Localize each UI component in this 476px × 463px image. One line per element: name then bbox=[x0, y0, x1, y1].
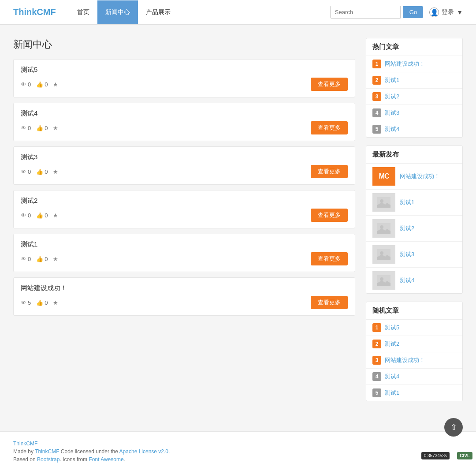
views-meta: 👁 0 bbox=[21, 125, 31, 131]
nav-link-产品展示[interactable]: 产品展示 bbox=[138, 0, 178, 24]
login-label[interactable]: 登录 bbox=[442, 8, 454, 16]
latest-post-item[interactable]: MC 网站建设成功！ bbox=[366, 164, 462, 190]
random-article-item[interactable]: 3 网站建设成功！ bbox=[366, 352, 462, 369]
news-card-footer: 👁 0 👍 0 ★ 查看更多 bbox=[21, 165, 348, 178]
read-more-button[interactable]: 查看更多 bbox=[311, 252, 348, 265]
star-meta[interactable]: ★ bbox=[53, 299, 58, 306]
news-card-footer: 👁 5 👍 0 ★ 查看更多 bbox=[21, 296, 348, 309]
eye-icon: 👁 bbox=[21, 299, 26, 306]
news-card: 测试4 👁 0 👍 0 ★ 查看更多 bbox=[13, 103, 355, 141]
news-meta: 👁 0 👍 0 ★ bbox=[21, 256, 58, 262]
footer-fontawesome-link[interactable]: Font Awesome bbox=[89, 456, 123, 463]
latest-posts-section: 最新发布 MC 网站建设成功！ 测试1 测试2 bbox=[366, 146, 463, 294]
rank-badge: 3 bbox=[372, 92, 381, 101]
brand-logo[interactable]: ThinkCMF bbox=[13, 7, 56, 17]
eye-icon: 👁 bbox=[21, 168, 26, 175]
navbar: ThinkCMF 首页新闻中心产品展示 Go 👤 登录 ▼ bbox=[0, 0, 476, 25]
rank-badge: 4 bbox=[372, 108, 381, 117]
news-card: 测试5 👁 0 👍 0 ★ 查看更多 bbox=[13, 59, 355, 97]
thumbsup-icon: 👍 bbox=[36, 299, 43, 306]
random-article-item[interactable]: 4 测试4 bbox=[366, 369, 462, 385]
footer-bootstrap-link[interactable]: Bootstrap bbox=[37, 456, 60, 463]
read-more-button[interactable]: 查看更多 bbox=[311, 121, 348, 134]
star-meta[interactable]: ★ bbox=[53, 125, 58, 131]
footer-thinkcmf-link[interactable]: ThinkCMF bbox=[35, 448, 59, 455]
rank-badge: 3 bbox=[372, 356, 381, 365]
news-meta: 👁 0 👍 0 ★ bbox=[21, 168, 58, 175]
eye-icon: 👁 bbox=[21, 256, 26, 262]
likes-meta: 👍 0 bbox=[36, 81, 48, 88]
news-card-title: 测试1 bbox=[21, 240, 348, 249]
search-input[interactable] bbox=[330, 6, 401, 19]
views-count: 0 bbox=[28, 168, 31, 175]
latest-posts-list: MC 网站建设成功！ 测试1 测试2 测试3 bbox=[366, 164, 462, 293]
rank-badge: 1 bbox=[372, 60, 381, 68]
read-more-button[interactable]: 查看更多 bbox=[311, 78, 348, 91]
news-card-footer: 👁 0 👍 0 ★ 查看更多 bbox=[21, 252, 348, 265]
placeholder-thumbnail bbox=[372, 245, 395, 264]
nav-user[interactable]: 👤 登录 ▼ bbox=[429, 7, 463, 17]
news-card-footer: 👁 0 👍 0 ★ 查看更多 bbox=[21, 121, 348, 134]
main-content: 新闻中心 测试5 👁 0 👍 0 ★ 查看更多 测试4 bbox=[13, 38, 355, 409]
latest-post-item[interactable]: 测试1 bbox=[366, 190, 462, 216]
rank-badge: 5 bbox=[372, 388, 381, 397]
random-article-item[interactable]: 2 测试2 bbox=[366, 336, 462, 352]
svg-point-5 bbox=[380, 251, 383, 255]
views-count: 0 bbox=[28, 125, 31, 131]
random-article-text: 网站建设成功！ bbox=[385, 356, 425, 364]
rank-badge: 1 bbox=[372, 323, 381, 332]
read-more-button[interactable]: 查看更多 bbox=[311, 209, 348, 222]
news-card-title: 测试4 bbox=[21, 109, 348, 118]
latest-post-item[interactable]: 测试2 bbox=[366, 216, 462, 242]
back-to-top-button[interactable]: ⇧ bbox=[444, 418, 463, 437]
news-meta: 👁 0 👍 0 ★ bbox=[21, 212, 58, 219]
hot-article-item[interactable]: 1 网站建设成功！ bbox=[366, 56, 462, 72]
nav-search: Go bbox=[330, 6, 423, 19]
nav-link-新闻中心[interactable]: 新闻中心 bbox=[97, 0, 138, 24]
eye-icon: 👁 bbox=[21, 125, 26, 131]
news-card-footer: 👁 0 👍 0 ★ 查看更多 bbox=[21, 78, 348, 91]
hot-article-item[interactable]: 3 测试2 bbox=[366, 89, 462, 105]
news-meta: 👁 0 👍 0 ★ bbox=[21, 81, 58, 88]
star-icon: ★ bbox=[53, 125, 58, 131]
time-badge: 0.3573453s bbox=[421, 452, 450, 459]
likes-count: 0 bbox=[45, 125, 48, 131]
footer-line1: Made by ThinkCMF Code licensed under the… bbox=[13, 448, 463, 455]
thumbsup-icon: 👍 bbox=[36, 212, 43, 219]
views-count: 0 bbox=[28, 212, 31, 219]
hot-article-item[interactable]: 5 测试4 bbox=[366, 121, 462, 137]
user-icon: 👤 bbox=[429, 7, 439, 17]
views-meta: 👁 0 bbox=[21, 81, 31, 88]
star-meta[interactable]: ★ bbox=[53, 212, 58, 219]
latest-post-text: 测试4 bbox=[400, 276, 414, 284]
latest-post-item[interactable]: 测试3 bbox=[366, 242, 462, 268]
page-title: 新闻中心 bbox=[13, 38, 355, 51]
star-meta[interactable]: ★ bbox=[53, 168, 58, 175]
views-meta: 👁 0 bbox=[21, 212, 31, 219]
read-more-button[interactable]: 查看更多 bbox=[311, 165, 348, 178]
news-card-footer: 👁 0 👍 0 ★ 查看更多 bbox=[21, 209, 348, 222]
nav-links: 首页新闻中心产品展示 bbox=[69, 0, 330, 24]
hot-article-item[interactable]: 4 测试3 bbox=[366, 105, 462, 121]
hot-article-item[interactable]: 2 测试1 bbox=[366, 72, 462, 89]
news-card-title: 网站建设成功！ bbox=[21, 284, 348, 292]
search-go-button[interactable]: Go bbox=[403, 6, 423, 18]
star-icon: ★ bbox=[53, 81, 58, 88]
read-more-button[interactable]: 查看更多 bbox=[311, 296, 348, 309]
thumbsup-icon: 👍 bbox=[36, 125, 43, 131]
latest-post-item[interactable]: 测试4 bbox=[366, 268, 462, 293]
random-article-item[interactable]: 1 测试5 bbox=[366, 320, 462, 336]
star-icon: ★ bbox=[53, 256, 58, 262]
likes-meta: 👍 0 bbox=[36, 256, 48, 262]
star-meta[interactable]: ★ bbox=[53, 256, 58, 262]
footer-license-link[interactable]: Apache License v2.0 bbox=[119, 448, 168, 455]
news-card: 测试3 👁 0 👍 0 ★ 查看更多 bbox=[13, 146, 355, 185]
random-article-item[interactable]: 5 测试1 bbox=[366, 385, 462, 401]
nav-link-首页[interactable]: 首页 bbox=[69, 0, 97, 24]
footer-brand-link[interactable]: ThinkCMF bbox=[13, 441, 37, 447]
mc-thumbnail: MC bbox=[372, 167, 395, 186]
hot-article-text: 测试4 bbox=[385, 125, 399, 133]
star-meta[interactable]: ★ bbox=[53, 81, 58, 88]
star-icon: ★ bbox=[53, 168, 58, 175]
sidebar: 热门文章 1 网站建设成功！ 2 测试1 3 测试2 4 测试3 5 测试4 最… bbox=[366, 38, 463, 409]
